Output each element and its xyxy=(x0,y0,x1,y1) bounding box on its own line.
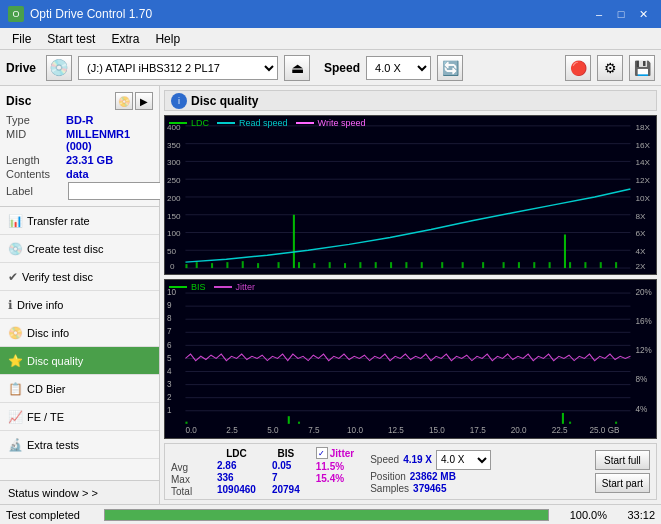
settings-button[interactable]: ⚙ xyxy=(597,55,623,81)
sidebar: Disc 📀 ▶ Type BD-R MID MILLENMR1 (000) L… xyxy=(0,86,160,504)
progress-track xyxy=(104,509,549,521)
bottom-chart-svg: 10 9 8 7 6 5 4 3 2 1 20% 16% 12% 8% 4% xyxy=(165,280,656,438)
jitter-max: 15.4% xyxy=(316,473,354,484)
extra-tests-icon: 🔬 xyxy=(8,438,23,452)
svg-text:18X: 18X xyxy=(636,123,651,132)
svg-rect-53 xyxy=(569,262,571,268)
legend-read-speed: Read speed xyxy=(217,118,288,128)
jitter-header: Jitter xyxy=(330,448,354,459)
bis-header: BIS xyxy=(272,448,300,459)
menu-file[interactable]: File xyxy=(4,30,39,48)
status-window-label: Status window > > xyxy=(8,487,98,499)
drive-select[interactable]: (J:) ATAPI iHBS312 2 PL17 xyxy=(78,56,278,80)
start-full-button[interactable]: Start full xyxy=(595,450,650,470)
disc-mid-label: MID xyxy=(6,128,66,152)
menu-bar: File Start test Extra Help xyxy=(0,28,661,50)
sidebar-item-label-verify-test-disc: Verify test disc xyxy=(22,271,93,283)
menu-extra[interactable]: Extra xyxy=(103,30,147,48)
svg-rect-35 xyxy=(293,215,295,268)
disc-icon-2[interactable]: ▶ xyxy=(135,92,153,110)
svg-text:22.5: 22.5 xyxy=(554,272,570,274)
svg-text:2: 2 xyxy=(167,392,172,402)
disc-length-row: Length 23.31 GB xyxy=(6,154,153,166)
sidebar-item-create-test-disc[interactable]: 💿 Create test disc xyxy=(0,235,159,263)
disc-icons: 📀 ▶ xyxy=(115,92,153,110)
svg-text:4: 4 xyxy=(167,365,172,375)
create-test-disc-icon: 💿 xyxy=(8,242,23,256)
progress-fill xyxy=(105,510,548,520)
sidebar-item-verify-test-disc[interactable]: ✔ Verify test disc xyxy=(0,263,159,291)
svg-text:6: 6 xyxy=(167,339,172,349)
content-area: i Disc quality LDC Read speed xyxy=(160,86,661,504)
speed-select-stats[interactable]: 4.0 X xyxy=(436,450,491,470)
sidebar-item-fe-te[interactable]: 📈 FE / TE xyxy=(0,403,159,431)
svg-text:4%: 4% xyxy=(636,404,648,414)
sidebar-item-cd-bier[interactable]: 📋 CD Bier xyxy=(0,375,159,403)
title-bar: O Opti Drive Control 1.70 – □ ✕ xyxy=(0,0,661,28)
burn-button[interactable]: 🔴 xyxy=(565,55,591,81)
speed-select[interactable]: 4.0 X xyxy=(366,56,431,80)
disc-label-row: Label ✏ xyxy=(6,182,153,200)
app-title: Opti Drive Control 1.70 xyxy=(30,7,152,21)
sidebar-item-label-fe-te: FE / TE xyxy=(27,411,64,423)
save-button[interactable]: 💾 xyxy=(629,55,655,81)
svg-rect-43 xyxy=(405,262,407,268)
speed-row: Speed 4.19 X 4.0 X xyxy=(370,450,491,470)
menu-start-test[interactable]: Start test xyxy=(39,30,103,48)
svg-rect-54 xyxy=(584,262,586,268)
sidebar-item-extra-tests[interactable]: 🔬 Extra tests xyxy=(0,431,159,459)
svg-text:17.5: 17.5 xyxy=(472,272,488,274)
refresh-button[interactable]: 🔄 xyxy=(437,55,463,81)
total-label: Total xyxy=(171,486,201,497)
ldc-total: 1090460 xyxy=(217,484,256,495)
legend-jitter: Jitter xyxy=(214,282,256,292)
svg-rect-98 xyxy=(569,422,571,424)
disc-mid-row: MID MILLENMR1 (000) xyxy=(6,128,153,152)
progress-percent: 100.0% xyxy=(557,509,607,521)
drive-icon: 💿 xyxy=(46,55,72,81)
close-button[interactable]: ✕ xyxy=(633,4,653,24)
sidebar-item-transfer-rate[interactable]: 📊 Transfer rate xyxy=(0,207,159,235)
verify-test-disc-icon: ✔ xyxy=(8,270,18,284)
svg-rect-95 xyxy=(288,416,290,424)
eject-button[interactable]: ⏏ xyxy=(284,55,310,81)
sidebar-item-label-cd-bier: CD Bier xyxy=(27,383,66,395)
ldc-header: LDC xyxy=(217,448,256,459)
disc-mid-value: MILLENMR1 (000) xyxy=(66,128,153,152)
svg-rect-51 xyxy=(549,262,551,268)
fe-te-icon: 📈 xyxy=(8,410,23,424)
svg-rect-47 xyxy=(482,262,484,268)
start-part-button[interactable]: Start part xyxy=(595,473,650,493)
menu-help[interactable]: Help xyxy=(147,30,188,48)
samples-label: Samples xyxy=(370,483,409,494)
svg-text:12X: 12X xyxy=(636,176,651,185)
sidebar-item-disc-info[interactable]: 📀 Disc info xyxy=(0,319,159,347)
status-text: Test completed xyxy=(6,509,96,521)
disc-length-label: Length xyxy=(6,154,66,166)
status-window-button[interactable]: Status window > > xyxy=(0,480,159,504)
samples-row: Samples 379465 xyxy=(370,483,491,494)
drive-label: Drive xyxy=(6,61,36,75)
sidebar-item-disc-quality[interactable]: ⭐ Disc quality xyxy=(0,347,159,375)
svg-text:12.5: 12.5 xyxy=(388,424,404,434)
svg-rect-40 xyxy=(359,262,361,268)
svg-text:20.0: 20.0 xyxy=(513,272,529,274)
minimize-button[interactable]: – xyxy=(589,4,609,24)
svg-text:100: 100 xyxy=(167,230,181,239)
svg-rect-29 xyxy=(196,262,198,268)
legend-write-speed: Write speed xyxy=(296,118,366,128)
disc-quality-icon: ⭐ xyxy=(8,354,23,368)
svg-rect-42 xyxy=(390,262,392,268)
svg-rect-96 xyxy=(298,422,300,424)
maximize-button[interactable]: □ xyxy=(611,4,631,24)
jitter-checkbox[interactable]: ✓ xyxy=(316,447,328,459)
transfer-rate-icon: 📊 xyxy=(8,214,23,228)
position-label: Position xyxy=(370,471,406,482)
svg-rect-41 xyxy=(375,262,377,268)
disc-icon-1[interactable]: 📀 xyxy=(115,92,133,110)
disc-type-label: Type xyxy=(6,114,66,126)
svg-text:16X: 16X xyxy=(636,141,651,150)
svg-text:5.0: 5.0 xyxy=(267,424,279,434)
sidebar-item-label-drive-info: Drive info xyxy=(17,299,63,311)
sidebar-item-drive-info[interactable]: ℹ Drive info xyxy=(0,291,159,319)
